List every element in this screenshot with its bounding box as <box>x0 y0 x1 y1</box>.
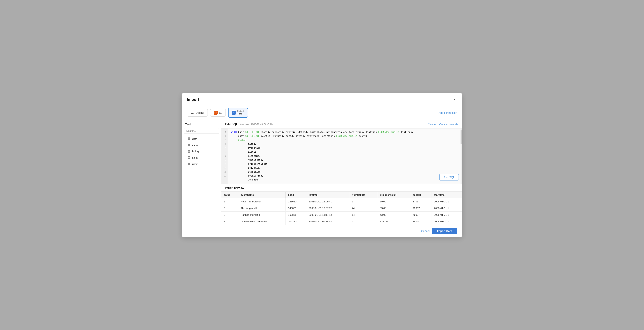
sidebar-title: Test <box>182 123 221 128</box>
cell-sellerid: 49537 <box>410 212 431 218</box>
list-item[interactable]: date <box>182 136 221 142</box>
list-item[interactable]: event <box>182 142 221 148</box>
col-header-priceperticket: priceperticket <box>377 192 410 198</box>
cell-starttime: 2008-01-01 1 <box>432 212 462 218</box>
import-data-button[interactable]: Import Data <box>432 228 457 234</box>
modal-footer: Cancel Import Data <box>182 225 462 237</box>
cell-priceperticket: 63.00 <box>377 212 410 218</box>
cell-numtickets: 24 <box>349 205 377 212</box>
cell-starttime: 2008-01-01 1 <box>432 218 462 225</box>
cell-eventname: Return To Forever <box>238 198 286 205</box>
cell-catid: 9 <box>222 198 238 205</box>
modal-title: Import <box>187 97 199 102</box>
svg-rect-3 <box>189 139 190 140</box>
table-name: users <box>192 163 198 166</box>
modal-header: Import × <box>182 93 462 105</box>
sql-editor-header: Edit SQL Autosaved 11/18/21 at 8:30:45 A… <box>222 120 462 128</box>
cell-listtime: 2008-01-01 12:37:20 <box>306 205 349 212</box>
sql-panel: Edit SQL Autosaved 11/18/21 at 8:30:45 A… <box>222 120 462 225</box>
table-list: date event <box>182 136 221 222</box>
cell-sellerid: 3709 <box>410 198 431 205</box>
cell-priceperticket: 99.00 <box>377 198 410 205</box>
svg-rect-19 <box>189 164 190 165</box>
redshift-type-label: Redshift <box>237 110 244 112</box>
preview-section: Import preview ⌃ catid eventname listid <box>222 184 462 225</box>
svg-rect-7 <box>189 145 190 146</box>
preview-title: Import preview <box>225 186 244 189</box>
upload-icon: ☁ <box>190 111 194 115</box>
preview-table-body: 9 Return To Forever 121610 2008-01-01 12… <box>222 198 462 225</box>
sql-code-content[interactable]: WITH Ccq7 AS (SELECT listid, sellerid, e… <box>228 128 462 184</box>
convert-to-node-button[interactable]: Convert to node <box>439 123 458 126</box>
list-item[interactable]: sales <box>182 155 221 161</box>
table-grid-icon <box>188 143 190 147</box>
modal-overlay: Import × ☁ Upload S3 S3 R Redshift Test … <box>0 0 644 330</box>
redshift-icon: R <box>232 111 236 115</box>
redshift-connection-btn[interactable]: R Redshift Test <box>228 108 248 118</box>
redshift-more-btn[interactable]: ⋮ <box>250 110 255 115</box>
sql-scrollbar-thumb[interactable] <box>460 130 462 144</box>
cell-priceperticket: 93.00 <box>377 205 410 212</box>
run-sql-button[interactable]: Run SQL <box>439 174 459 181</box>
svg-rect-18 <box>188 164 189 165</box>
svg-rect-6 <box>188 145 189 146</box>
cell-listid: 153835 <box>286 212 306 218</box>
table-grid-icon <box>188 137 190 141</box>
add-connection-button[interactable]: Add connection <box>438 111 457 114</box>
connections-bar: ☁ Upload S3 S3 R Redshift Test ⋮ Add con… <box>182 105 462 120</box>
svg-rect-17 <box>189 163 190 164</box>
footer-cancel-button[interactable]: Cancel <box>421 229 430 232</box>
s3-connection-btn[interactable]: S3 S3 <box>210 109 226 117</box>
sql-autosaved-label: Autosaved 11/18/21 at 8:30:45 AM <box>240 123 273 126</box>
col-header-listtime: listtime <box>306 192 349 198</box>
col-header-listid: listid <box>286 192 306 198</box>
cell-priceperticket: 823.00 <box>377 218 410 225</box>
svg-rect-10 <box>188 151 189 152</box>
upload-connection-btn[interactable]: ☁ Upload <box>187 109 208 117</box>
col-header-catid: catid <box>222 192 238 198</box>
cell-sellerid: 42967 <box>410 205 431 212</box>
col-header-sellerid: sellerid <box>410 192 431 198</box>
cell-eventname: Hannah Montana <box>238 212 286 218</box>
table-row: 6 The King and I 146839 2008-01-01 12:37… <box>222 205 462 212</box>
table-grid-icon <box>188 162 190 166</box>
table-grid-icon <box>188 156 190 159</box>
close-button[interactable]: × <box>452 96 457 103</box>
svg-rect-1 <box>189 137 190 138</box>
svg-rect-12 <box>188 156 189 157</box>
table-row: 8 La Damnation de Faust 206280 2008-01-0… <box>222 218 462 225</box>
main-content: Test date <box>182 120 462 225</box>
table-grid-icon <box>188 150 190 153</box>
cell-numtickets: 14 <box>349 212 377 218</box>
list-item[interactable]: users <box>182 161 221 167</box>
cell-listtime: 2008-01-01 11:17:16 <box>306 212 349 218</box>
table-row: 9 Hannah Montana 153835 2008-01-01 11:17… <box>222 212 462 218</box>
s3-label: S3 <box>219 111 222 114</box>
table-name: listing <box>192 150 199 153</box>
svg-rect-8 <box>188 150 189 151</box>
cancel-sql-button[interactable]: Cancel <box>428 123 436 126</box>
preview-table-wrap: catid eventname listid listtime numticke… <box>222 192 462 225</box>
cell-eventname: The King and I <box>238 205 286 212</box>
col-header-numtickets: numtickets <box>349 192 377 198</box>
svg-rect-11 <box>189 151 190 152</box>
import-modal: Import × ☁ Upload S3 S3 R Redshift Test … <box>182 93 462 237</box>
svg-rect-15 <box>189 158 190 159</box>
sql-title-group: Edit SQL Autosaved 11/18/21 at 8:30:45 A… <box>225 122 273 126</box>
sql-scrollbar-track[interactable] <box>460 128 462 184</box>
preview-header: Import preview ⌃ <box>222 184 462 192</box>
sql-editor-title: Edit SQL <box>225 122 238 126</box>
list-item[interactable]: listing <box>182 148 221 155</box>
svg-rect-14 <box>188 158 189 159</box>
cell-sellerid: 14754 <box>410 218 431 225</box>
cell-numtickets: 7 <box>349 198 377 205</box>
sql-editor-area[interactable]: 1 2 3 4 5 6 7 8 9 10 11 12 WITH Ccq7 AS … <box>222 128 462 184</box>
cell-catid: 9 <box>222 212 238 218</box>
cell-eventname: La Damnation de Faust <box>238 218 286 225</box>
cell-catid: 6 <box>222 205 238 212</box>
table-row: 9 Return To Forever 121610 2008-01-01 12… <box>222 198 462 205</box>
table-name: event <box>192 144 198 147</box>
svg-rect-0 <box>188 137 189 138</box>
search-input[interactable] <box>184 128 219 134</box>
preview-collapse-button[interactable]: ⌃ <box>456 186 458 190</box>
